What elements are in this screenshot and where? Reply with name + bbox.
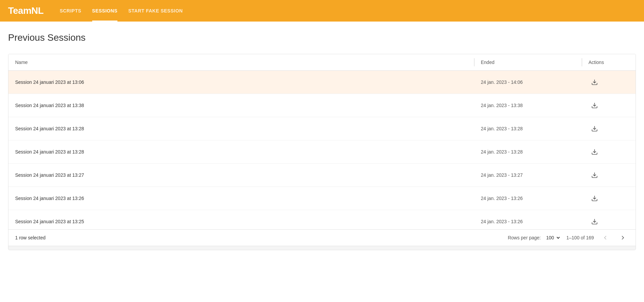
sessions-table-container: Name Ended Actions Session 24 januari 20… — [8, 54, 636, 250]
chevron-left-icon — [602, 234, 609, 241]
nav-scripts[interactable]: SCRIPTS — [60, 0, 81, 22]
session-actions-cell — [582, 71, 636, 94]
session-name-cell: Session 24 januari 2023 at 13:38 — [8, 94, 474, 117]
table-header-row: Name Ended Actions — [8, 54, 636, 71]
sessions-table: Name Ended Actions Session 24 januari 20… — [8, 54, 636, 229]
download-icon — [591, 148, 598, 155]
chevron-right-icon — [619, 234, 626, 241]
session-actions-cell — [582, 94, 636, 117]
session-name-cell: Session 24 januari 2023 at 13:26 — [8, 187, 474, 210]
table-footer: 1 row selected Rows per page: 100 50 25 … — [8, 229, 636, 246]
table-row[interactable]: Session 24 januari 2023 at 13:2724 jan. … — [8, 164, 636, 187]
session-actions-cell — [582, 187, 636, 210]
rows-per-page-select[interactable]: 100 50 25 — [543, 234, 561, 241]
app-logo: TeamNL — [8, 5, 43, 16]
table-row[interactable]: Session 24 januari 2023 at 13:2524 jan. … — [8, 210, 636, 230]
download-button[interactable] — [588, 194, 601, 203]
app-header: TeamNL SCRIPTS SESSIONS START FAKE SESSI… — [0, 0, 644, 22]
download-button[interactable] — [588, 147, 601, 157]
col-header-ended: Ended — [474, 54, 582, 71]
table-row[interactable]: Session 24 januari 2023 at 13:2624 jan. … — [8, 187, 636, 210]
session-ended-cell: 24 jan. 2023 - 13:26 — [474, 210, 582, 230]
session-actions-cell — [582, 140, 636, 164]
download-button[interactable] — [588, 170, 601, 180]
session-actions-cell — [582, 117, 636, 140]
download-icon — [591, 195, 598, 202]
session-actions-cell — [582, 164, 636, 187]
session-ended-cell: 24 jan. 2023 - 13:26 — [474, 187, 582, 210]
footer-right: Rows per page: 100 50 25 1–100 of 169 — [508, 233, 629, 242]
main-content: Previous Sessions Name Ended Actions Ses… — [0, 22, 644, 250]
table-row[interactable]: Session 24 januari 2023 at 13:2824 jan. … — [8, 117, 636, 140]
session-name-cell: Session 24 januari 2023 at 13:28 — [8, 140, 474, 164]
nav-sessions[interactable]: SESSIONS — [92, 0, 118, 22]
download-icon — [591, 172, 598, 178]
rows-per-page-label: Rows per page: — [508, 235, 541, 240]
pagination-info: 1–100 of 169 — [566, 235, 594, 240]
session-ended-cell: 24 jan. 2023 - 13:28 — [474, 140, 582, 164]
session-name-cell: Session 24 januari 2023 at 13:06 — [8, 71, 474, 94]
table-body: Session 24 januari 2023 at 13:0624 jan. … — [8, 71, 636, 230]
download-icon — [591, 125, 598, 132]
download-button[interactable] — [588, 101, 601, 110]
rows-per-page-control: Rows per page: 100 50 25 — [508, 234, 561, 241]
session-actions-cell — [582, 210, 636, 230]
page-title: Previous Sessions — [8, 32, 636, 43]
download-button[interactable] — [588, 217, 601, 226]
session-name-cell: Session 24 januari 2023 at 13:27 — [8, 164, 474, 187]
session-name-cell: Session 24 januari 2023 at 13:28 — [8, 117, 474, 140]
session-name-cell: Session 24 januari 2023 at 13:25 — [8, 210, 474, 230]
session-ended-cell: 24 jan. 2023 - 13:27 — [474, 164, 582, 187]
prev-page-button[interactable] — [599, 233, 611, 242]
main-nav: SCRIPTS SESSIONS START FAKE SESSION — [60, 0, 183, 22]
table-row[interactable]: Session 24 januari 2023 at 13:2824 jan. … — [8, 140, 636, 164]
session-ended-cell: 24 jan. 2023 - 13:38 — [474, 94, 582, 117]
next-page-button[interactable] — [617, 233, 629, 242]
download-icon — [591, 79, 598, 86]
table-scroll-area[interactable]: Name Ended Actions Session 24 januari 20… — [8, 54, 636, 229]
download-button[interactable] — [588, 124, 601, 133]
horizontal-scrollbar[interactable] — [8, 246, 636, 250]
table-row[interactable]: Session 24 januari 2023 at 13:0624 jan. … — [8, 71, 636, 94]
download-icon — [591, 102, 598, 109]
session-ended-cell: 24 jan. 2023 - 13:28 — [474, 117, 582, 140]
download-button[interactable] — [588, 77, 601, 87]
col-header-actions: Actions — [582, 54, 636, 71]
row-selected-label: 1 row selected — [15, 235, 45, 240]
download-icon — [591, 218, 598, 225]
col-header-name: Name — [8, 54, 474, 71]
nav-fake-session[interactable]: START FAKE SESSION — [128, 0, 183, 22]
session-ended-cell: 24 jan. 2023 - 14:06 — [474, 71, 582, 94]
table-row[interactable]: Session 24 januari 2023 at 13:3824 jan. … — [8, 94, 636, 117]
